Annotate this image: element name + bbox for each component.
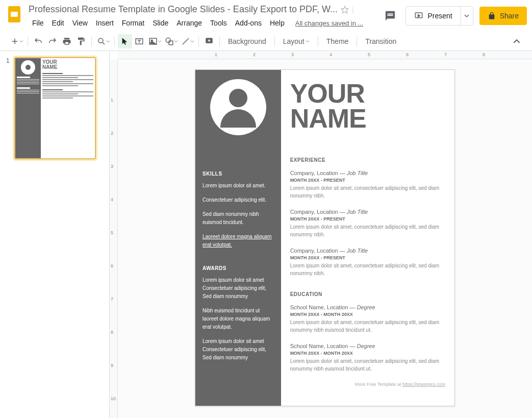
skills-heading[interactable]: SKILLS <box>202 171 274 177</box>
new-slide-button[interactable] <box>8 34 24 48</box>
select-tool[interactable] <box>118 34 132 48</box>
line-tool[interactable] <box>179 34 195 48</box>
awards-heading[interactable]: AWARDS <box>202 265 274 271</box>
menu-slide[interactable]: Slide <box>149 17 172 29</box>
svg-point-4 <box>98 38 103 43</box>
experience-entry[interactable]: Company, Location — Job Title MONTH 20XX… <box>290 209 445 238</box>
present-label: Present <box>427 12 452 20</box>
separator <box>91 36 92 46</box>
svg-rect-1 <box>11 12 18 17</box>
present-icon <box>414 11 423 20</box>
slides-logo[interactable] <box>4 4 24 24</box>
collapse-toolbar-button[interactable] <box>510 34 524 48</box>
separator <box>318 36 318 46</box>
print-button[interactable] <box>60 34 74 48</box>
skill-item[interactable]: Laoreet dolore magna aliquam erat volutp… <box>202 233 274 249</box>
skill-item[interactable]: Sed diam nonummy nibh euismod tincidunt. <box>202 210 274 227</box>
share-label: Share <box>500 12 519 20</box>
paint-format-button[interactable] <box>74 34 88 48</box>
separator <box>274 36 275 46</box>
award-item[interactable]: Lorem ipsum dolor sit amet Consectetuer … <box>202 337 274 362</box>
horizontal-ruler[interactable]: 1 2 3 4 5 6 7 8 <box>118 51 532 59</box>
comment-tool[interactable] <box>202 34 216 48</box>
filmstrip[interactable]: 1 <box>0 51 110 418</box>
workspace: 1 <box>0 51 532 418</box>
menu-insert[interactable]: Insert <box>92 17 117 29</box>
menubar: File Edit View Insert Format Slide Arran… <box>29 17 381 29</box>
separator <box>28 36 28 46</box>
skill-item[interactable]: Consectetuer adipiscing elit. <box>202 196 274 204</box>
image-tool[interactable] <box>146 34 163 48</box>
svg-rect-9 <box>169 41 173 45</box>
textbox-tool[interactable] <box>132 34 146 48</box>
comments-button[interactable] <box>381 7 399 25</box>
menu-file[interactable]: File <box>29 17 47 29</box>
header: Professional Resume Template in Google S… <box>0 0 532 29</box>
vertical-ruler[interactable]: 1 2 3 4 5 6 7 8 9 10 <box>110 59 118 418</box>
thumb-title-2: NAME <box>42 65 93 70</box>
chevron-down-icon <box>464 13 469 18</box>
education-entry[interactable]: School Name, Location — Degree MONTH 20X… <box>290 343 445 373</box>
toolbar: Background Layout Theme Transition <box>0 32 532 51</box>
layout-button[interactable]: Layout <box>278 34 315 48</box>
doc-title[interactable]: Professional Resume Template in Google S… <box>29 4 338 15</box>
footer-link[interactable]: More Free Template at https://prwirepro.… <box>290 382 445 387</box>
star-icon[interactable] <box>341 6 349 14</box>
divider-icon: | <box>352 6 353 13</box>
share-button[interactable]: Share <box>479 7 527 25</box>
save-status[interactable]: All changes saved in ... <box>295 19 364 27</box>
experience-entry[interactable]: Company, Location — Job Title MONTH 20XX… <box>290 248 445 277</box>
svg-point-8 <box>166 38 170 42</box>
canvas[interactable]: SKILLS Lorem ipsum dolor sit amet. Conse… <box>118 59 532 418</box>
undo-button[interactable] <box>31 34 45 48</box>
award-item[interactable]: Nibh euismod tincidunt ut laoreet dolore… <box>202 307 274 331</box>
separator <box>357 36 357 46</box>
slide-sidebar[interactable]: SKILLS Lorem ipsum dolor sit amet. Conse… <box>195 70 281 406</box>
avatar-placeholder[interactable] <box>210 79 266 135</box>
svg-marker-2 <box>341 6 348 13</box>
slide-main[interactable]: YOUR NAME EXPERIENCE Company, Location —… <box>281 70 454 406</box>
skill-item[interactable]: Lorem ipsum dolor sit amet. <box>202 182 274 190</box>
menu-addons[interactable]: Add-ons <box>232 17 265 29</box>
chevron-down-icon <box>306 39 310 43</box>
lock-icon <box>488 12 496 20</box>
menu-format[interactable]: Format <box>118 17 148 29</box>
experience-entry[interactable]: Company, Location — Job Title MONTH 20XX… <box>290 170 445 200</box>
menu-arrange[interactable]: Arrange <box>173 17 206 29</box>
slide-thumbnail[interactable]: YOUR NAME <box>14 57 96 159</box>
menu-tools[interactable]: Tools <box>207 17 231 29</box>
education-entry[interactable]: School Name, Location — Degree MONTH 20X… <box>290 304 445 334</box>
slide[interactable]: SKILLS Lorem ipsum dolor sit amet. Conse… <box>195 69 455 406</box>
experience-heading[interactable]: EXPERIENCE <box>290 157 445 163</box>
name-heading[interactable]: YOUR NAME <box>290 81 445 132</box>
present-group: Present <box>406 6 473 26</box>
present-dropdown[interactable] <box>461 7 473 25</box>
present-button[interactable]: Present <box>406 7 460 25</box>
menu-view[interactable]: View <box>69 17 91 29</box>
transition-button[interactable]: Transition <box>360 34 401 48</box>
avatar-icon <box>21 60 35 75</box>
separator <box>219 36 220 46</box>
separator <box>198 36 199 46</box>
theme-button[interactable]: Theme <box>321 34 354 48</box>
separator <box>114 36 115 46</box>
background-button[interactable]: Background <box>223 34 271 48</box>
menu-edit[interactable]: Edit <box>48 17 68 29</box>
thumb-number: 1 <box>6 57 11 159</box>
shape-tool[interactable] <box>163 34 179 48</box>
zoom-button[interactable] <box>95 34 111 48</box>
menu-help[interactable]: Help <box>266 17 288 29</box>
redo-button[interactable] <box>45 34 60 48</box>
education-heading[interactable]: EDUCATION <box>290 291 445 297</box>
award-item[interactable]: Lorem ipsum dolor sit amet Consectetuer … <box>202 276 274 301</box>
